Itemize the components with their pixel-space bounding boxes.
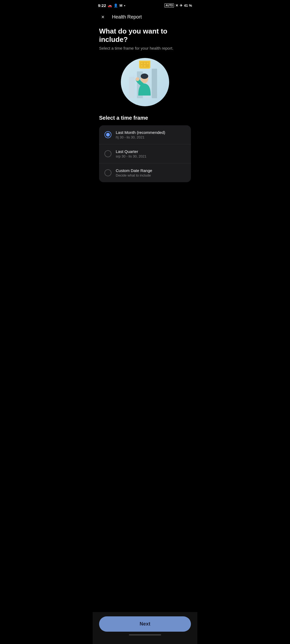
option-sublabel-last-quarter: srp 30 - lis 30, 2021 (116, 154, 186, 158)
options-card: Last Month (recommended) říj 30 - lis 30… (99, 125, 191, 182)
mail-icon: M (119, 3, 122, 8)
option-label-custom-range: Custom Date Range (116, 168, 186, 173)
radio-last-month[interactable] (104, 131, 111, 138)
section-title: Select a time frame (99, 115, 191, 121)
airplane-icon: ✈ (180, 3, 183, 8)
option-text-last-quarter: Last Quarter srp 30 - lis 30, 2021 (116, 149, 186, 158)
svg-rect-0 (129, 77, 135, 98)
main-heading: What do you want to include? (99, 27, 191, 44)
main-content: What do you want to include? Select a ti… (93, 25, 197, 182)
radio-inner-last-month (106, 133, 110, 137)
illustration-container (99, 58, 191, 106)
status-left: 9:22 🚗 👤 M • (98, 3, 125, 8)
svg-point-9 (141, 65, 143, 67)
wifi-off-icon: ✕ (175, 3, 178, 8)
option-last-quarter[interactable]: Last Quarter srp 30 - lis 30, 2021 (99, 144, 191, 163)
status-time: 9:22 (98, 3, 106, 8)
sub-heading: Select a time frame for your health repo… (99, 46, 191, 50)
option-sublabel-last-month: říj 30 - lis 30, 2021 (116, 135, 186, 139)
close-icon: × (101, 14, 104, 20)
top-bar: × Health Report (93, 10, 197, 25)
page-title: Health Report (112, 14, 142, 20)
status-bar: 9:22 🚗 👤 M • AUTO ✕ ✈ 41 % (93, 0, 197, 10)
battery-level: 41 % (184, 3, 192, 8)
radio-last-quarter[interactable] (104, 150, 111, 157)
svg-point-10 (144, 65, 146, 67)
svg-point-15 (136, 77, 139, 81)
status-right: AUTO ✕ ✈ 41 % (164, 3, 192, 8)
svg-point-8 (147, 63, 148, 64)
option-last-month[interactable]: Last Month (recommended) říj 30 - lis 30… (99, 125, 191, 144)
option-label-last-quarter: Last Quarter (116, 149, 186, 154)
dot-icon: • (124, 3, 125, 8)
svg-point-6 (141, 63, 143, 64)
person-icon: 👤 (114, 3, 118, 8)
car-icon: 🚗 (108, 3, 112, 8)
svg-rect-3 (152, 69, 157, 98)
illustration-svg (124, 61, 166, 104)
option-sublabel-custom-range: Decide what to include (116, 173, 186, 177)
option-custom-range[interactable]: Custom Date Range Decide what to include (99, 163, 191, 182)
svg-point-7 (144, 63, 146, 64)
radio-custom-range[interactable] (104, 169, 111, 176)
auto-hz-icon: AUTO (164, 3, 174, 8)
option-label-last-month: Last Month (recommended) (116, 130, 186, 135)
illustration-circle (121, 58, 169, 106)
close-button[interactable]: × (98, 12, 108, 22)
option-text-last-month: Last Month (recommended) říj 30 - lis 30… (116, 130, 186, 139)
option-text-custom-range: Custom Date Range Decide what to include (116, 168, 186, 177)
svg-point-14 (141, 74, 148, 79)
